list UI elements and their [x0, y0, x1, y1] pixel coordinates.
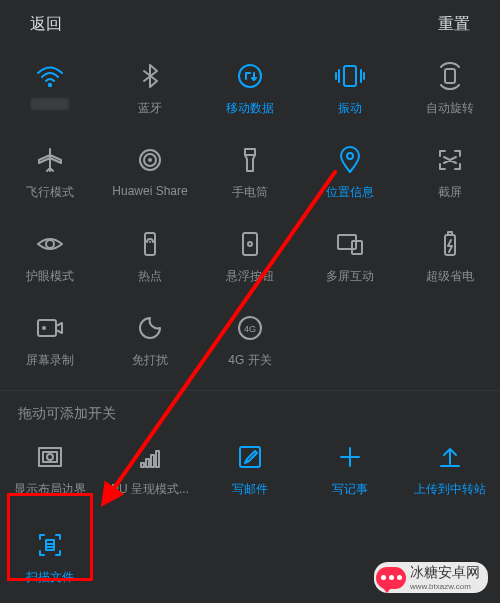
tile-hotspot[interactable]: 热点: [100, 216, 200, 300]
tile-label: 写邮件: [232, 481, 268, 498]
gpu-icon: [136, 439, 164, 475]
tile-do-not-disturb[interactable]: 免打扰: [100, 300, 200, 384]
float-icon: [239, 226, 261, 262]
tile-label: 飞行模式: [26, 184, 74, 201]
hotspot-icon: [140, 226, 160, 262]
wifi-ssid-placeholder: [31, 98, 69, 110]
svg-text:4G: 4G: [244, 324, 256, 334]
tile-label: 振动: [338, 100, 362, 117]
tile-label: 免打扰: [132, 352, 168, 369]
tile-label: 护眼模式: [26, 268, 74, 285]
tile-label: 写记事: [332, 481, 368, 498]
tile-blank2: [400, 300, 500, 384]
top-bar: 返回 重置: [0, 0, 500, 48]
watermark-logo: 冰糖安卓网 www.btxazw.com: [374, 562, 488, 593]
flashlight-icon: [240, 142, 260, 178]
tile-blank1: [300, 300, 400, 384]
location-icon: [339, 142, 361, 178]
tile-label: 悬浮按钮: [226, 268, 274, 285]
svg-point-9: [149, 241, 151, 243]
tile-auto-rotate[interactable]: 自动旋转: [400, 48, 500, 132]
svg-point-11: [248, 242, 252, 246]
tile-label: 手电筒: [232, 184, 268, 201]
eye-icon: [35, 226, 65, 262]
watermark-url: www.btxazw.com: [410, 582, 480, 591]
svg-rect-5: [245, 149, 255, 155]
4g-icon: 4G: [236, 310, 264, 346]
tile-scan-document[interactable]: 扫描文件: [0, 517, 100, 601]
mail-icon: [237, 439, 263, 475]
svg-rect-2: [344, 66, 356, 86]
svg-point-7: [46, 240, 54, 248]
tile-label: 热点: [138, 268, 162, 285]
svg-rect-3: [445, 69, 455, 83]
plus-icon: [337, 439, 363, 475]
svg-rect-23: [141, 463, 144, 467]
tile-location[interactable]: 位置信息: [300, 132, 400, 216]
tile-screen-record[interactable]: 屏幕录制: [0, 300, 100, 384]
watermark-text: 冰糖安卓网: [410, 564, 480, 582]
svg-rect-26: [156, 451, 159, 467]
dnd-icon: [137, 310, 163, 346]
scan-icon: [36, 527, 64, 563]
svg-rect-24: [146, 459, 149, 467]
tile-label: 自动旋转: [426, 100, 474, 117]
tile-airplane-mode[interactable]: 飞行模式: [0, 132, 100, 216]
tile-label: 超级省电: [426, 268, 474, 285]
tile-eye-comfort[interactable]: 护眼模式: [0, 216, 100, 300]
reset-button[interactable]: 重置: [438, 14, 470, 35]
drag-hint-label: 拖动可添加开关: [0, 391, 500, 429]
svg-rect-25: [151, 455, 154, 467]
svg-point-0: [49, 84, 51, 86]
tile-multiscreen[interactable]: 多屏互动: [300, 216, 400, 300]
layout-icon: [36, 439, 64, 475]
mobile-data-icon: [236, 58, 264, 94]
tile-show-layout-bounds[interactable]: 显示布局边界: [0, 429, 100, 513]
tile-flashlight[interactable]: 手电筒: [200, 132, 300, 216]
tile-label: 扫描文件: [26, 569, 74, 586]
huawei-share-icon: [135, 142, 165, 178]
tile-bluetooth[interactable]: 蓝牙: [100, 48, 200, 132]
tile-huawei-share[interactable]: Huawei Share: [100, 132, 200, 216]
tile-vibrate[interactable]: 振动: [300, 48, 400, 132]
svg-point-17: [42, 326, 46, 330]
back-button[interactable]: 返回: [30, 14, 62, 35]
tile-floating-button[interactable]: 悬浮按钮: [200, 216, 300, 300]
record-icon: [35, 310, 65, 346]
tile-label: 上传到中转站: [414, 481, 486, 498]
tile-ultra-power-saving[interactable]: 超级省电: [400, 216, 500, 300]
tile-screenshot[interactable]: 截屏: [400, 132, 500, 216]
svg-rect-16: [38, 320, 56, 336]
screenshot-icon: [436, 142, 464, 178]
quick-settings-grid: 蓝牙移动数据振动自动旋转飞行模式Huawei Share手电筒位置信息截屏护眼模…: [0, 48, 500, 384]
tile-wifi[interactable]: [0, 48, 100, 132]
vibrate-icon: [333, 58, 367, 94]
multiscreen-icon: [335, 226, 365, 262]
svg-point-6: [347, 153, 353, 159]
tile-label: 显示布局边界: [14, 481, 86, 498]
tile-label: 截屏: [438, 184, 462, 201]
svg-rect-10: [243, 233, 257, 255]
svg-point-4: [148, 158, 152, 162]
tile-label: 蓝牙: [138, 100, 162, 117]
tile-4g-switch[interactable]: 4G4G 开关: [200, 300, 300, 384]
svg-rect-8: [145, 233, 155, 255]
battery-icon: [440, 226, 460, 262]
tile-write-note[interactable]: 写记事: [300, 429, 400, 513]
tile-gpu-render-mode[interactable]: PU 呈现模式...: [100, 429, 200, 513]
tile-label: 移动数据: [226, 100, 274, 117]
svg-point-1: [239, 65, 261, 87]
tile-label: 多屏互动: [326, 268, 374, 285]
tile-label: 屏幕录制: [26, 352, 74, 369]
tile-upload-transfer[interactable]: 上传到中转站: [400, 429, 500, 513]
extra-tiles-row: 显示布局边界PU 呈现模式...写邮件写记事上传到中转站: [0, 429, 500, 513]
tile-mobile-data[interactable]: 移动数据: [200, 48, 300, 132]
tile-write-mail[interactable]: 写邮件: [200, 429, 300, 513]
svg-rect-15: [448, 232, 452, 235]
bluetooth-icon: [140, 58, 160, 94]
tile-label: PU 呈现模式...: [111, 481, 189, 498]
upload-icon: [437, 439, 463, 475]
rotate-icon: [436, 58, 464, 94]
plane-icon: [36, 142, 64, 178]
wifi-icon: [35, 58, 65, 94]
